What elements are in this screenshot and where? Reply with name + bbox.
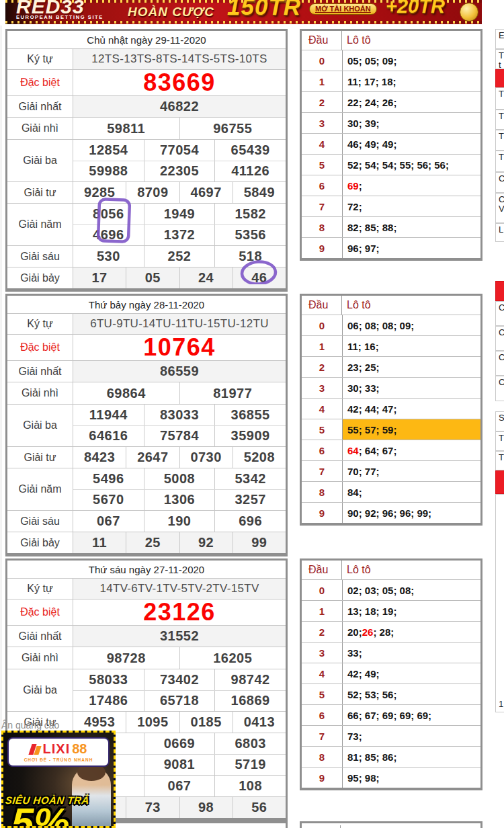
sidebar-item[interactable]: E bbox=[495, 29, 504, 49]
sidebar-item[interactable]: L bbox=[495, 223, 504, 242]
loto-value-segment: 72; bbox=[347, 201, 362, 212]
loto-values: 52; 53; 56; bbox=[343, 684, 480, 704]
loto-value-segment: 22; 24; 26; bbox=[347, 97, 396, 108]
prize-label: Giải bảy bbox=[7, 532, 73, 553]
loto-values: 69; bbox=[343, 175, 480, 196]
sidebar-item[interactable]: C bbox=[495, 301, 504, 326]
prize-value: 0730 bbox=[179, 447, 233, 468]
sidebar-item[interactable]: C bbox=[495, 326, 504, 351]
loto-dau: 4 bbox=[302, 399, 343, 419]
prize-value: 12854 bbox=[73, 140, 144, 161]
loto-value-segment: 20; bbox=[347, 626, 362, 638]
loto-row: 884; bbox=[302, 481, 480, 502]
prize-value: 0413 bbox=[233, 712, 286, 733]
sidebar-item[interactable]: S bbox=[495, 411, 504, 431]
loto-row: 220; 26; 28; bbox=[302, 621, 480, 642]
sidebar-item[interactable]: 1 bbox=[495, 494, 504, 712]
sidebar-item[interactable]: T bbox=[495, 431, 504, 451]
prize-label: Giải ba bbox=[7, 140, 73, 181]
prize-value: 81977 bbox=[179, 382, 286, 404]
sidebar-item-label: C bbox=[499, 303, 504, 313]
loto-dau: 4 bbox=[302, 134, 343, 154]
prize-value-group: 9285870946975849 bbox=[73, 182, 286, 203]
prize-value: 10764 bbox=[73, 335, 286, 360]
loto-dau: 2 bbox=[302, 357, 343, 377]
loto-header-row: ĐầuLô tô bbox=[302, 31, 480, 50]
prize-value: 8423 bbox=[73, 447, 126, 468]
loto-header-dau: Đầu bbox=[302, 31, 342, 50]
sidebar-item[interactable]: T bbox=[495, 451, 504, 470]
loto-value-segment: 84; bbox=[347, 487, 362, 498]
banner-open-account-button[interactable]: MỞ TÀI KHOẢN bbox=[309, 3, 377, 15]
prize-label: Giải nhì bbox=[7, 118, 73, 139]
loto-dau: 5 bbox=[302, 419, 343, 440]
prize-value-stack: 805619491582469613725356 bbox=[73, 204, 286, 245]
sidebar-item[interactable]: T bbox=[495, 151, 504, 172]
prize-value-group: 067190696 bbox=[73, 511, 286, 532]
loto-value-segment: 33; bbox=[347, 647, 362, 659]
prize-value-group: 128547705465439 bbox=[73, 140, 286, 161]
sidebar-item-label: E bbox=[499, 31, 504, 40]
result-table-sunday: Chủ nhật ngày 29-11-2020Ký tự12TS-13TS-8… bbox=[5, 29, 288, 292]
prize-value: 190 bbox=[144, 511, 215, 532]
loto-row: 666; 67; 69; 69; 69; bbox=[302, 704, 480, 725]
sidebar-item[interactable]: C bbox=[495, 172, 504, 193]
loto-values: 11; 16; bbox=[343, 336, 480, 356]
prize-label: Giải năm bbox=[7, 468, 73, 510]
loto-header-loto: Lô tô bbox=[342, 296, 480, 315]
loto-dau: 9 bbox=[302, 238, 343, 258]
prize-value: 518 bbox=[214, 246, 286, 267]
prize-value: 5719 bbox=[214, 755, 286, 776]
next-loto-table-stub bbox=[300, 821, 482, 828]
prize-row: Giải ba128547705465439599882230541126 bbox=[7, 139, 286, 181]
loto-dau: 9 bbox=[302, 503, 343, 523]
prize-value: 59988 bbox=[73, 161, 144, 182]
loto-row: 446; 49; 49; bbox=[302, 133, 480, 154]
loto-values: 81; 85; 86; bbox=[343, 747, 480, 767]
sidebar-item-label: 1 bbox=[499, 700, 503, 709]
sidebar-item[interactable]: C bbox=[495, 376, 504, 401]
prize-value: 46 bbox=[233, 267, 286, 288]
next-loto-table-divider bbox=[340, 825, 341, 828]
loto-header-row: ĐầuLô tô bbox=[302, 561, 480, 579]
sidebar-item[interactable]: T bbox=[495, 130, 504, 151]
sidebar-item-highlight[interactable] bbox=[495, 281, 504, 301]
sidebar-item[interactable]: Tt bbox=[495, 49, 504, 69]
sidebar-item[interactable]: T bbox=[495, 87, 504, 110]
banner-lights-bottom bbox=[5, 21, 482, 24]
prize-row: Giải sáu530252518 bbox=[7, 245, 286, 267]
prize-value-group: 469613725356 bbox=[73, 224, 286, 246]
sidebar-item[interactable]: CV bbox=[495, 193, 504, 223]
prize-value: 73 bbox=[126, 797, 179, 818]
loto-value-segment: 55; 57; 59; bbox=[347, 424, 396, 436]
prize-label: Ký tự bbox=[7, 314, 73, 334]
hide-ad-link[interactable]: Ẩn quảng cáo bbox=[1, 720, 59, 731]
prize-value: 59811 bbox=[73, 118, 179, 139]
sidebar-item-label: C bbox=[499, 353, 504, 362]
prize-label: Giải tư bbox=[7, 447, 73, 468]
sidebar-item-highlight[interactable] bbox=[495, 470, 504, 494]
prize-value: 35909 bbox=[214, 426, 286, 447]
sidebar-item[interactable]: C bbox=[495, 351, 504, 376]
prize-value: 17486 bbox=[73, 691, 144, 712]
loto-value-segment: 52; 53; 56; bbox=[347, 689, 396, 700]
sidebar-item[interactable]: T bbox=[495, 110, 504, 130]
loto-values: 02; 03; 05; 08; bbox=[343, 580, 480, 600]
loto-value-segment: ; 64; 67; bbox=[359, 445, 397, 456]
prize-value: 530 bbox=[73, 246, 144, 267]
prize-row: Giải tư9285870946975849 bbox=[7, 181, 286, 203]
prize-value: 22305 bbox=[144, 161, 215, 182]
coin-icon bbox=[460, 3, 478, 22]
loto-header-dau: Đầu bbox=[302, 296, 342, 315]
loto-values: 42; 44; 47; bbox=[343, 399, 480, 419]
prize-value: 1372 bbox=[144, 225, 215, 246]
lixi88-ad[interactable]: LIXI 88 CHƠI ĐỀ - TRÚNG NHANH SIÊU HOÀN … bbox=[1, 731, 116, 828]
sidebar-item-highlight[interactable] bbox=[495, 69, 504, 87]
prize-label: Giải nhì bbox=[7, 382, 73, 404]
prize-label: Giải sáu bbox=[7, 246, 73, 267]
lixi88-logo-icon bbox=[28, 744, 42, 755]
loto-dau: 6 bbox=[302, 440, 343, 460]
top-ad-banner[interactable]: RED33 EUROPEAN BETTING SITE HOÀN CƯỢC 15… bbox=[5, 0, 482, 24]
prize-value: 65718 bbox=[144, 691, 215, 712]
prize-value: 1582 bbox=[214, 204, 286, 224]
